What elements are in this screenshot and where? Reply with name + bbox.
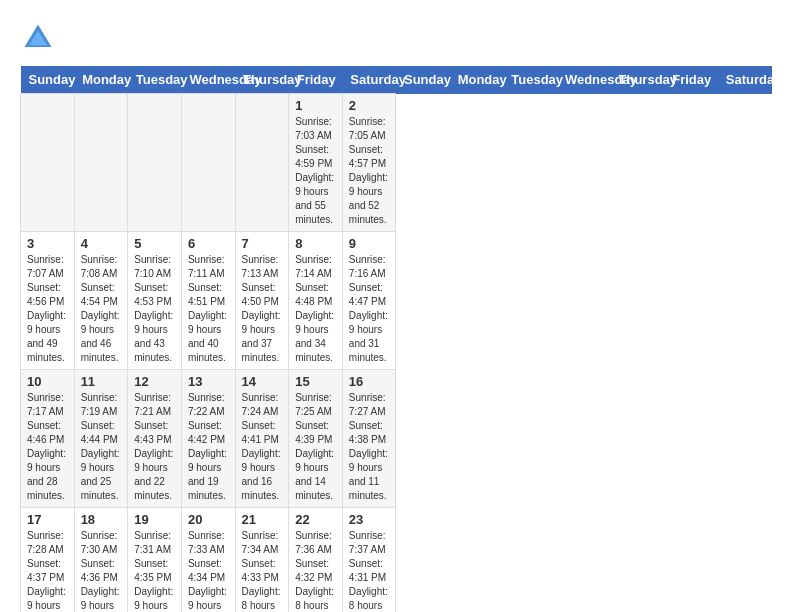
day-of-week-header: Tuesday xyxy=(128,66,182,94)
calendar-cell: 23Sunrise: 7:37 AM Sunset: 4:31 PM Dayli… xyxy=(342,508,396,613)
day-of-week-header: Friday xyxy=(664,66,718,94)
day-number: 2 xyxy=(349,98,390,113)
day-of-week-header: Wednesday xyxy=(557,66,611,94)
calendar-cell: 6Sunrise: 7:11 AM Sunset: 4:51 PM Daylig… xyxy=(181,232,235,370)
day-number: 13 xyxy=(188,374,229,389)
day-number: 14 xyxy=(242,374,283,389)
logo xyxy=(20,20,62,56)
page-header xyxy=(20,20,772,56)
day-number: 22 xyxy=(295,512,336,527)
day-info: Sunrise: 7:30 AM Sunset: 4:36 PM Dayligh… xyxy=(81,529,122,612)
calendar-cell: 10Sunrise: 7:17 AM Sunset: 4:46 PM Dayli… xyxy=(21,370,75,508)
day-info: Sunrise: 7:31 AM Sunset: 4:35 PM Dayligh… xyxy=(134,529,175,612)
logo-icon xyxy=(20,20,56,56)
calendar-cell: 5Sunrise: 7:10 AM Sunset: 4:53 PM Daylig… xyxy=(128,232,182,370)
day-of-week-header: Friday xyxy=(289,66,343,94)
day-info: Sunrise: 7:11 AM Sunset: 4:51 PM Dayligh… xyxy=(188,253,229,365)
calendar-cell: 1Sunrise: 7:03 AM Sunset: 4:59 PM Daylig… xyxy=(289,94,343,232)
day-info: Sunrise: 7:05 AM Sunset: 4:57 PM Dayligh… xyxy=(349,115,390,227)
day-of-week-header: Saturday xyxy=(342,66,396,94)
day-info: Sunrise: 7:17 AM Sunset: 4:46 PM Dayligh… xyxy=(27,391,68,503)
calendar-cell: 19Sunrise: 7:31 AM Sunset: 4:35 PM Dayli… xyxy=(128,508,182,613)
calendar-cell: 11Sunrise: 7:19 AM Sunset: 4:44 PM Dayli… xyxy=(74,370,128,508)
day-info: Sunrise: 7:33 AM Sunset: 4:34 PM Dayligh… xyxy=(188,529,229,612)
day-number: 20 xyxy=(188,512,229,527)
day-number: 11 xyxy=(81,374,122,389)
day-number: 8 xyxy=(295,236,336,251)
day-info: Sunrise: 7:13 AM Sunset: 4:50 PM Dayligh… xyxy=(242,253,283,365)
calendar-header-row: SundayMondayTuesdayWednesdayThursdayFrid… xyxy=(21,66,772,94)
calendar-cell: 14Sunrise: 7:24 AM Sunset: 4:41 PM Dayli… xyxy=(235,370,289,508)
day-info: Sunrise: 7:37 AM Sunset: 4:31 PM Dayligh… xyxy=(349,529,390,612)
day-info: Sunrise: 7:34 AM Sunset: 4:33 PM Dayligh… xyxy=(242,529,283,612)
calendar-week-row: 10Sunrise: 7:17 AM Sunset: 4:46 PM Dayli… xyxy=(21,370,772,508)
day-number: 17 xyxy=(27,512,68,527)
calendar-cell xyxy=(128,94,182,232)
day-of-week-header: Monday xyxy=(450,66,504,94)
day-info: Sunrise: 7:36 AM Sunset: 4:32 PM Dayligh… xyxy=(295,529,336,612)
day-number: 1 xyxy=(295,98,336,113)
day-number: 12 xyxy=(134,374,175,389)
calendar-cell xyxy=(21,94,75,232)
day-info: Sunrise: 7:21 AM Sunset: 4:43 PM Dayligh… xyxy=(134,391,175,503)
calendar-cell: 4Sunrise: 7:08 AM Sunset: 4:54 PM Daylig… xyxy=(74,232,128,370)
day-info: Sunrise: 7:08 AM Sunset: 4:54 PM Dayligh… xyxy=(81,253,122,365)
day-of-week-header: Wednesday xyxy=(181,66,235,94)
day-number: 4 xyxy=(81,236,122,251)
calendar-cell: 22Sunrise: 7:36 AM Sunset: 4:32 PM Dayli… xyxy=(289,508,343,613)
calendar-table: SundayMondayTuesdayWednesdayThursdayFrid… xyxy=(20,66,772,612)
calendar-cell: 21Sunrise: 7:34 AM Sunset: 4:33 PM Dayli… xyxy=(235,508,289,613)
day-number: 15 xyxy=(295,374,336,389)
day-number: 16 xyxy=(349,374,390,389)
day-of-week-header: Sunday xyxy=(21,66,75,94)
calendar-cell: 3Sunrise: 7:07 AM Sunset: 4:56 PM Daylig… xyxy=(21,232,75,370)
calendar-cell xyxy=(181,94,235,232)
day-number: 18 xyxy=(81,512,122,527)
day-number: 7 xyxy=(242,236,283,251)
day-of-week-header: Monday xyxy=(74,66,128,94)
day-info: Sunrise: 7:16 AM Sunset: 4:47 PM Dayligh… xyxy=(349,253,390,365)
day-of-week-header: Saturday xyxy=(718,66,772,94)
day-number: 10 xyxy=(27,374,68,389)
day-info: Sunrise: 7:28 AM Sunset: 4:37 PM Dayligh… xyxy=(27,529,68,612)
day-info: Sunrise: 7:24 AM Sunset: 4:41 PM Dayligh… xyxy=(242,391,283,503)
calendar-cell: 16Sunrise: 7:27 AM Sunset: 4:38 PM Dayli… xyxy=(342,370,396,508)
day-of-week-header: Thursday xyxy=(235,66,289,94)
calendar-cell: 2Sunrise: 7:05 AM Sunset: 4:57 PM Daylig… xyxy=(342,94,396,232)
day-number: 9 xyxy=(349,236,390,251)
calendar-cell: 17Sunrise: 7:28 AM Sunset: 4:37 PM Dayli… xyxy=(21,508,75,613)
calendar-cell: 9Sunrise: 7:16 AM Sunset: 4:47 PM Daylig… xyxy=(342,232,396,370)
day-of-week-header: Sunday xyxy=(396,66,450,94)
day-of-week-header: Thursday xyxy=(611,66,665,94)
day-info: Sunrise: 7:22 AM Sunset: 4:42 PM Dayligh… xyxy=(188,391,229,503)
day-info: Sunrise: 7:03 AM Sunset: 4:59 PM Dayligh… xyxy=(295,115,336,227)
day-number: 3 xyxy=(27,236,68,251)
day-number: 21 xyxy=(242,512,283,527)
calendar-cell: 13Sunrise: 7:22 AM Sunset: 4:42 PM Dayli… xyxy=(181,370,235,508)
day-info: Sunrise: 7:10 AM Sunset: 4:53 PM Dayligh… xyxy=(134,253,175,365)
day-info: Sunrise: 7:14 AM Sunset: 4:48 PM Dayligh… xyxy=(295,253,336,365)
calendar-week-row: 1Sunrise: 7:03 AM Sunset: 4:59 PM Daylig… xyxy=(21,94,772,232)
calendar-week-row: 17Sunrise: 7:28 AM Sunset: 4:37 PM Dayli… xyxy=(21,508,772,613)
calendar-cell: 20Sunrise: 7:33 AM Sunset: 4:34 PM Dayli… xyxy=(181,508,235,613)
calendar-cell: 8Sunrise: 7:14 AM Sunset: 4:48 PM Daylig… xyxy=(289,232,343,370)
calendar-cell: 7Sunrise: 7:13 AM Sunset: 4:50 PM Daylig… xyxy=(235,232,289,370)
calendar-week-row: 3Sunrise: 7:07 AM Sunset: 4:56 PM Daylig… xyxy=(21,232,772,370)
calendar-cell xyxy=(235,94,289,232)
day-number: 23 xyxy=(349,512,390,527)
day-of-week-header: Tuesday xyxy=(503,66,557,94)
day-info: Sunrise: 7:27 AM Sunset: 4:38 PM Dayligh… xyxy=(349,391,390,503)
day-number: 6 xyxy=(188,236,229,251)
day-number: 19 xyxy=(134,512,175,527)
calendar-cell: 15Sunrise: 7:25 AM Sunset: 4:39 PM Dayli… xyxy=(289,370,343,508)
day-info: Sunrise: 7:19 AM Sunset: 4:44 PM Dayligh… xyxy=(81,391,122,503)
calendar-cell xyxy=(74,94,128,232)
calendar-cell: 12Sunrise: 7:21 AM Sunset: 4:43 PM Dayli… xyxy=(128,370,182,508)
day-number: 5 xyxy=(134,236,175,251)
calendar-cell: 18Sunrise: 7:30 AM Sunset: 4:36 PM Dayli… xyxy=(74,508,128,613)
day-info: Sunrise: 7:25 AM Sunset: 4:39 PM Dayligh… xyxy=(295,391,336,503)
day-info: Sunrise: 7:07 AM Sunset: 4:56 PM Dayligh… xyxy=(27,253,68,365)
